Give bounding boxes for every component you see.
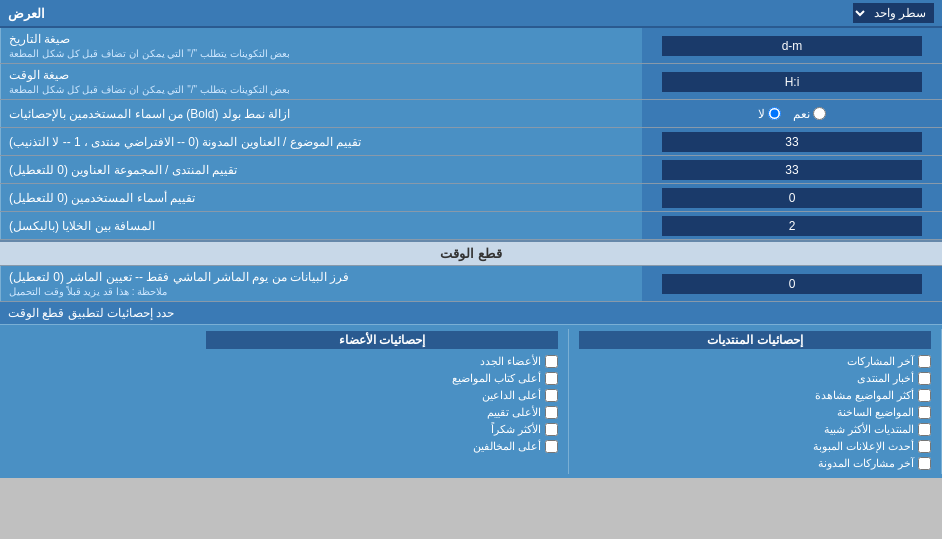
- forum-stats-col: إحصائيات المنتديات آخر المشاركات أخبار ا…: [569, 329, 942, 474]
- check-top-violators[interactable]: [545, 440, 558, 453]
- check-item-top-writers: أعلى كتاب المواضيع: [206, 370, 558, 387]
- check-new-members[interactable]: [545, 355, 558, 368]
- check-shares[interactable]: [918, 355, 931, 368]
- check-classified-ads[interactable]: [918, 440, 931, 453]
- subject-align-input-cell: [642, 128, 942, 155]
- time-format-input[interactable]: [662, 72, 922, 92]
- cell-spacing-label: المسافة بين الخلايا (بالبكسل): [0, 212, 642, 239]
- username-align-row: تقييم أسماء المستخدمين (0 للتعطيل): [0, 184, 942, 212]
- bold-radio-cell: نعم لا: [642, 100, 942, 127]
- date-format-input-cell: [642, 28, 942, 63]
- username-align-input-cell: [642, 184, 942, 211]
- header-row: سطر واحد سطرين ثلاثة أسطر العرض: [0, 0, 942, 28]
- check-item-top-rated: الأعلى تقييم: [206, 404, 558, 421]
- display-dropdown[interactable]: سطر واحد سطرين ثلاثة أسطر: [853, 3, 934, 23]
- time-format-input-cell: [642, 64, 942, 99]
- check-item-hot-topics: المواضيع الساخنة: [579, 404, 931, 421]
- member-stats-title: إحصائيات الأعضاء: [206, 331, 558, 349]
- check-item-classified-ads: أحدث الإعلانات المبوبة: [579, 438, 931, 455]
- time-format-label: صيغة الوقت بعض التكوينات يتطلب "/" التي …: [0, 64, 642, 99]
- radio-no-label[interactable]: لا: [758, 107, 781, 121]
- bold-remove-row: نعم لا ازالة نمط بولد (Bold) من اسماء ال…: [0, 100, 942, 128]
- cutoff-row: فرز البيانات من يوم الماشر الماشي فقط --…: [0, 266, 942, 302]
- check-top-rated[interactable]: [545, 406, 558, 419]
- check-item-most-thanked: الأكثر شكراً: [206, 421, 558, 438]
- radio-yes[interactable]: [813, 107, 826, 120]
- empty-col: [0, 329, 196, 474]
- apply-label: حدد إحصائيات لتطبيق قطع الوقت: [8, 306, 174, 320]
- check-item-top-violators: أعلى المخالفين: [206, 438, 558, 455]
- subject-align-input[interactable]: [662, 132, 922, 152]
- cell-spacing-input-cell: [642, 212, 942, 239]
- check-hot-topics[interactable]: [918, 406, 931, 419]
- forum-align-label: تقييم المنتدى / المجموعة العناوين (0 للت…: [0, 156, 642, 183]
- radio-yes-label[interactable]: نعم: [793, 107, 826, 121]
- checkboxes-area: إحصائيات المنتديات آخر المشاركات أخبار ا…: [0, 324, 942, 478]
- forum-stats-title: إحصائيات المنتديات: [579, 331, 931, 349]
- radio-no[interactable]: [768, 107, 781, 120]
- check-item-forum-news: أخبار المنتدى: [579, 370, 931, 387]
- check-top-writers[interactable]: [545, 372, 558, 385]
- forum-align-row: تقييم المنتدى / المجموعة العناوين (0 للت…: [0, 156, 942, 184]
- check-item-blog-posts: آخر مشاركات المدونة: [579, 455, 931, 472]
- check-item-similar-forums: المنتديات الأكثر شبية: [579, 421, 931, 438]
- bold-remove-label: ازالة نمط بولد (Bold) من اسماء المستخدمي…: [0, 100, 642, 127]
- check-blog-posts[interactable]: [918, 457, 931, 470]
- check-top-inviters[interactable]: [545, 389, 558, 402]
- cutoff-section-header: قطع الوقت: [0, 240, 942, 266]
- check-most-viewed[interactable]: [918, 389, 931, 402]
- check-item-shares: آخر المشاركات: [579, 353, 931, 370]
- date-format-label: صيغة التاريخ بعض التكوينات يتطلب "/" الت…: [0, 28, 642, 63]
- page-title: العرض: [8, 6, 45, 21]
- check-item-top-inviters: أعلى الداعين: [206, 387, 558, 404]
- date-format-row: صيغة التاريخ بعض التكوينات يتطلب "/" الت…: [0, 28, 942, 64]
- subject-align-row: تقييم الموضوع / العناوين المدونة (0 -- ا…: [0, 128, 942, 156]
- cutoff-input-cell: [642, 266, 942, 301]
- date-format-input[interactable]: [662, 36, 922, 56]
- forum-align-input[interactable]: [662, 160, 922, 180]
- check-forum-news[interactable]: [918, 372, 931, 385]
- cell-spacing-input[interactable]: [662, 216, 922, 236]
- apply-row: حدد إحصائيات لتطبيق قطع الوقت: [0, 302, 942, 324]
- time-format-row: صيغة الوقت بعض التكوينات يتطلب "/" التي …: [0, 64, 942, 100]
- forum-align-input-cell: [642, 156, 942, 183]
- cell-spacing-row: المسافة بين الخلايا (بالبكسل): [0, 212, 942, 240]
- cutoff-label: فرز البيانات من يوم الماشر الماشي فقط --…: [0, 266, 642, 301]
- cutoff-input[interactable]: [662, 274, 922, 294]
- subject-align-label: تقييم الموضوع / العناوين المدونة (0 -- ا…: [0, 128, 642, 155]
- username-align-input[interactable]: [662, 188, 922, 208]
- username-align-label: تقييم أسماء المستخدمين (0 للتعطيل): [0, 184, 642, 211]
- check-similar-forums[interactable]: [918, 423, 931, 436]
- member-stats-col: إحصائيات الأعضاء الأعضاء الجدد أعلى كتاب…: [196, 329, 569, 474]
- check-item-most-viewed: أكثر المواضيع مشاهدة: [579, 387, 931, 404]
- check-most-thanked[interactable]: [545, 423, 558, 436]
- check-item-new-members: الأعضاء الجدد: [206, 353, 558, 370]
